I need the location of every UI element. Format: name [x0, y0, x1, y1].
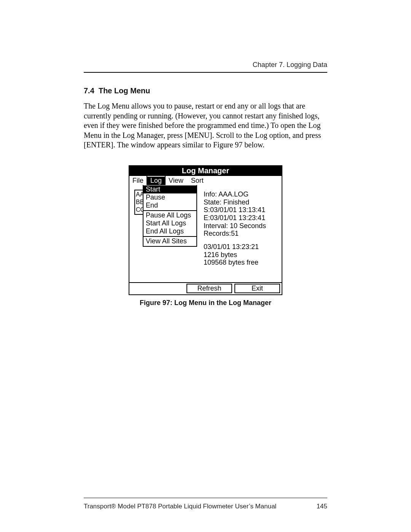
menu-item-end[interactable]: End: [146, 201, 194, 209]
section-heading: The Log Menu: [99, 86, 150, 95]
info-filename: Info: AAA.LOG: [204, 190, 266, 198]
info-panel: Info: AAA.LOG State: Finished S:03/01/01…: [204, 190, 266, 267]
menu-bar: File Log View Sort: [129, 176, 282, 185]
menu-item-view-all-sites[interactable]: View All Sites: [146, 237, 194, 245]
footer-rule: [84, 498, 327, 498]
menu-item-end-all[interactable]: End All Logs: [146, 227, 194, 235]
section-number: 7.4: [84, 86, 94, 95]
refresh-button[interactable]: Refresh: [186, 284, 232, 293]
menu-view[interactable]: View: [166, 176, 188, 185]
info-end-time: E:03/01/01 13:23:41: [204, 214, 266, 222]
log-manager-screen: Log Manager File Log View Sort AA BB CC …: [129, 165, 282, 295]
window-title: Log Manager: [129, 166, 282, 176]
info-state: State: Finished: [204, 198, 266, 206]
list-item[interactable]: BB: [136, 198, 142, 206]
menu-sort[interactable]: Sort: [188, 176, 282, 185]
header-rule: [84, 72, 327, 73]
list-item[interactable]: AA: [136, 191, 142, 198]
footer-title: Transport® Model PT878 Portable Liquid F…: [84, 503, 276, 510]
info-timestamp: 03/01/01 13:23:21: [204, 243, 266, 251]
section-title: 7.4 The Log Menu: [84, 86, 327, 95]
log-dropdown: Start Pause End Pause All Logs Start All…: [143, 185, 197, 247]
info-bytes: 1216 bytes: [204, 251, 266, 259]
page-number: 145: [317, 503, 327, 510]
menu-item-start[interactable]: Start: [143, 185, 196, 193]
chapter-header: Chapter 7. Logging Data: [84, 61, 327, 69]
info-interval: Interval: 10 Seconds: [204, 222, 266, 230]
figure-caption: Figure 97: Log Menu in the Log Manager: [140, 299, 271, 307]
menu-item-start-all[interactable]: Start All Logs: [146, 219, 194, 227]
menu-item-pause[interactable]: Pause: [146, 193, 194, 201]
info-bytes-free: 109568 bytes free: [204, 259, 266, 267]
info-records: Records:51: [204, 230, 266, 238]
menu-file[interactable]: File: [129, 176, 147, 185]
content-area: AA BB CC Start Pause End Pause All Logs …: [129, 185, 282, 282]
menu-log[interactable]: Log: [147, 176, 165, 185]
list-item[interactable]: CC: [136, 206, 142, 214]
info-start-time: S:03/01/01 13:13:41: [204, 206, 266, 214]
exit-button[interactable]: Exit: [234, 284, 280, 293]
body-paragraph: The Log Menu allows you to pause, restar…: [84, 101, 327, 150]
button-bar: Refresh Exit: [129, 282, 282, 294]
menu-item-pause-all[interactable]: Pause All Logs: [146, 211, 194, 219]
